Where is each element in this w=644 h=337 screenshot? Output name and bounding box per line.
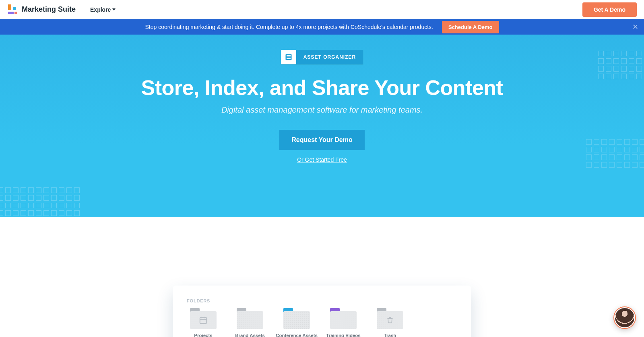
asset-organizer-icon [281,50,296,64]
folders-heading: FOLDERS [187,298,457,303]
brand-logo[interactable]: Marketing Suite [7,4,76,15]
folder-label: Brand Assets [235,333,265,337]
close-icon[interactable]: ✕ [632,23,638,31]
folder-icon [330,308,357,329]
decorative-grid [598,51,644,79]
product-badge-label: ASSET ORGANIZER [296,50,363,64]
chat-widget[interactable] [613,306,636,329]
hero-subtitle: Digital asset management software for ma… [0,105,644,115]
get-started-free-link[interactable]: Or Get Started Free [0,156,644,163]
folder-item[interactable]: Brand Assets [233,308,266,337]
schedule-demo-button[interactable]: Schedule A Demo [442,21,499,33]
asset-organizer-card: FOLDERS ProjectsBrand AssetsConference A… [173,286,471,337]
folder-icon [377,308,403,329]
brand-logo-icon [7,4,18,15]
folder-label: Conference Assets [276,333,318,337]
explore-dropdown[interactable]: Explore [90,6,116,13]
folder-item[interactable]: Projects [187,308,220,337]
explore-label: Explore [90,6,111,13]
decorative-grid [586,139,644,168]
chevron-down-icon [112,8,116,10]
folder-icon [190,308,217,329]
svg-rect-3 [200,318,207,324]
svg-rect-2 [287,58,291,59]
decorative-grid [0,187,80,216]
folder-item[interactable]: Trash [374,308,407,337]
avatar-icon [615,308,634,327]
hero-title: Store, Index, and Share Your Content [0,76,644,100]
folder-label: Trash [384,333,396,337]
folder-label: Projects [194,333,212,337]
folder-icon [283,308,310,329]
announcement-bar: Stop coordinating marketing & start doin… [0,19,644,35]
svg-rect-0 [285,54,291,60]
hero-section: ASSET ORGANIZER Store, Index, and Share … [0,35,644,217]
folder-item[interactable]: Conference Assets [280,308,313,337]
product-badge: ASSET ORGANIZER [281,50,363,64]
request-demo-button[interactable]: Request Your Demo [279,130,364,150]
brand-name: Marketing Suite [22,5,76,14]
folder-item[interactable]: Training Videos [327,308,360,337]
folder-icon [237,308,263,329]
announcement-text: Stop coordinating marketing & start doin… [145,24,433,30]
folder-label: Training Videos [326,333,360,337]
top-nav: Marketing Suite Explore Get A Demo [0,0,644,19]
svg-rect-1 [287,55,291,56]
get-demo-button[interactable]: Get A Demo [582,2,637,17]
